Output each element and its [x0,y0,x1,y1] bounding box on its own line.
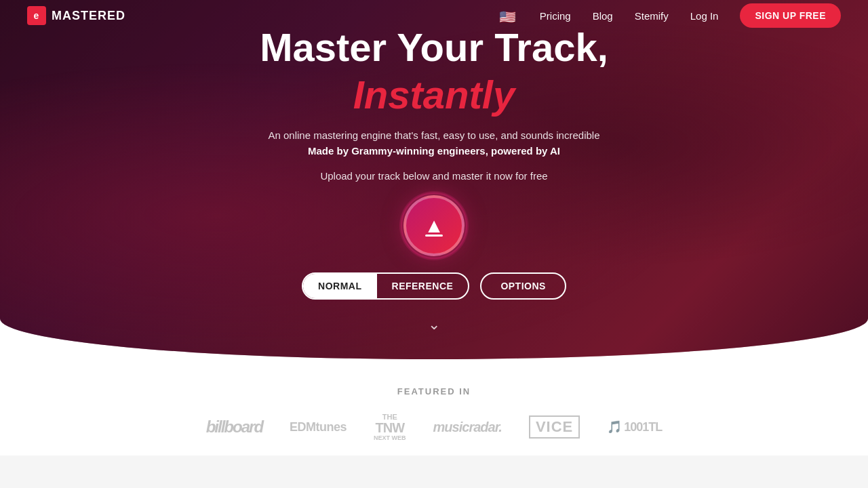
navbar: e MASTERED 🇺🇸 Pricing Blog Stemify Log I… [0,0,868,31]
hero-content: Master Your Track, Instantly An online m… [246,12,622,348]
hero-section: Master Your Track, Instantly An online m… [0,0,868,359]
hero-subtitle-bold: Made by Grammy-winning engineers, powere… [260,145,608,157]
nav-blog[interactable]: Blog [593,10,613,22]
nav-login[interactable]: Log In [690,10,719,22]
logo-billboard: billboard [206,418,262,436]
logo-1001tl: 🎵 1001TL [607,420,662,434]
featured-section: FEATURED IN billboard EDMtunes THE TNW N… [0,359,868,455]
upload-arrow-bar [425,235,443,237]
flag-icon[interactable]: 🇺🇸 [499,9,518,22]
toggle-options-button[interactable]: OPTIONS [480,272,566,300]
logo-letter: e [34,10,40,21]
toggle-normal-button[interactable]: NORMAL [303,274,376,298]
hero-title-italic: Instantly [260,73,608,117]
signup-button[interactable]: SIGN UP FREE [740,3,841,28]
nav-pricing[interactable]: Pricing [540,10,571,22]
toggle-normal-reference: NORMAL REFERENCE [302,272,469,300]
bottom-bar [0,455,868,488]
logo-text: MASTERED [52,9,125,23]
featured-logos: billboard EDMtunes THE TNW NEXT WEB musi… [0,413,868,442]
upload-arrow-up: ▲ [424,216,444,236]
toggle-group: NORMAL REFERENCE OPTIONS [260,272,608,300]
upload-icon: ▲ [424,216,444,237]
logo-edmtunes: EDMtunes [290,420,347,434]
upload-button[interactable]: ▲ [403,195,465,256]
logo-tnw: THE TNW NEXT WEB [374,413,406,442]
hero-title-main: Master Your Track, [260,26,608,69]
nav-stemify[interactable]: Stemify [635,10,669,22]
logo-musicradar: musicradar. [433,420,502,435]
upload-button-wrapper: ▲ [260,195,608,256]
hero-subtitle: An online mastering engine that's fast, … [260,129,608,141]
chevron-down-icon[interactable]: ⌄ [428,316,440,333]
nav-links: 🇺🇸 Pricing Blog Stemify Log In SIGN UP F… [499,3,841,28]
logo-icon: e [27,6,46,25]
logo-vice: VICE [529,415,580,439]
featured-label: FEATURED IN [0,386,868,396]
hero-upload-text: Upload your track below and master it no… [260,170,608,182]
logo[interactable]: e MASTERED [27,6,125,25]
chevron-wrapper: ⌄ [260,316,608,333]
toggle-reference-button[interactable]: REFERENCE [377,274,469,298]
